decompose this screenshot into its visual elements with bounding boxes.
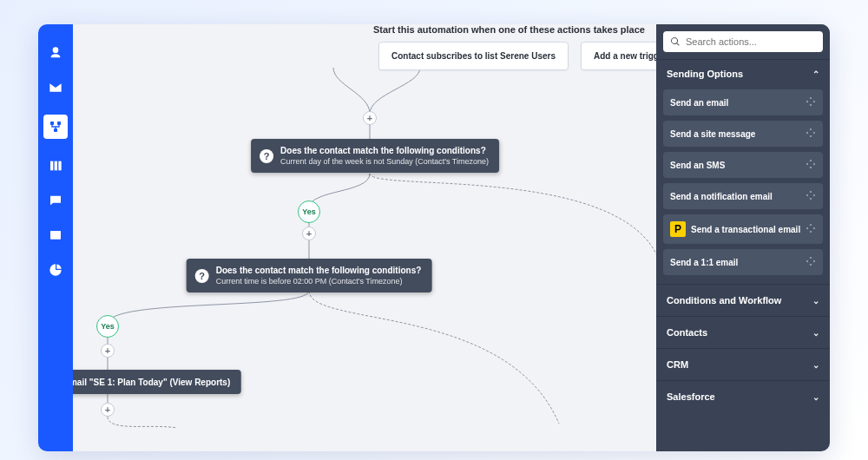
section-title: Salesforce (667, 391, 715, 402)
search-input[interactable] (686, 36, 816, 47)
sending-options-list: Send an email Send a site message Send a… (656, 88, 830, 284)
canvas-header-text: Start this automation when one of these … (373, 24, 645, 35)
condition-subtitle: Current day of the week is not Sunday (C… (280, 157, 489, 166)
reports-icon[interactable] (48, 262, 63, 278)
action-send-email[interactable]: Send an email (663, 89, 823, 115)
condition-node-1[interactable]: ? Does the contact match the following c… (251, 139, 499, 173)
automations-icon[interactable] (43, 115, 68, 139)
svg-rect-4 (55, 161, 57, 171)
svg-rect-5 (58, 161, 61, 171)
add-step-node-3[interactable]: + (101, 344, 115, 358)
drag-handle-icon[interactable] (806, 223, 816, 235)
action-label: Send a 1:1 email (670, 258, 738, 267)
section-sending-options[interactable]: Sending Options ⌃ (656, 59, 830, 88)
drag-handle-icon[interactable] (806, 190, 816, 202)
action-send-sms[interactable]: Send an SMS (663, 152, 823, 178)
action-send-notification-email[interactable]: Send a notification email (663, 183, 823, 209)
conversations-icon[interactable] (48, 193, 63, 208)
condition-title: Does the contact match the following con… (280, 146, 489, 155)
section-contacts[interactable]: Contacts ⌄ (656, 316, 830, 348)
chevron-down-icon: ⌄ (812, 360, 819, 370)
action-label: Send a transactional email (691, 225, 800, 234)
add-step-node-4[interactable]: + (101, 403, 115, 417)
section-title: Conditions and Workflow (667, 295, 781, 306)
email-action-node[interactable]: Send an email "SE 1: Plan Today" (View R… (73, 370, 240, 394)
svg-rect-1 (57, 122, 61, 125)
action-label: Send an SMS (670, 161, 725, 170)
action-label: Send a site message (670, 129, 755, 139)
question-icon: ? (260, 149, 273, 163)
campaigns-icon[interactable] (48, 80, 63, 95)
chevron-down-icon: ⌄ (812, 328, 819, 338)
section-salesforce[interactable]: Salesforce ⌄ (656, 380, 830, 412)
trigger-add-new[interactable]: Add a new trigger (581, 42, 656, 70)
automation-canvas[interactable]: Start this automation when one of these … (73, 24, 656, 451)
condition-subtitle: Current time is before 02:00 PM (Contact… (216, 277, 422, 286)
svg-rect-7 (50, 231, 61, 233)
condition-title: Does the contact match the following con… (216, 266, 422, 275)
action-label: Send an email (670, 98, 728, 108)
left-sidebar (38, 24, 73, 451)
drag-handle-icon[interactable] (806, 159, 816, 171)
section-conditions-workflow[interactable]: Conditions and Workflow ⌄ (656, 284, 830, 316)
chevron-down-icon: ⌄ (812, 296, 819, 306)
actions-panel: Sending Options ⌃ Send an email Send a s… (656, 24, 830, 451)
condition-node-2[interactable]: ? Does the contact match the following c… (187, 259, 432, 292)
deals-icon[interactable] (48, 158, 63, 174)
section-title: Sending Options (667, 69, 743, 79)
add-step-node-2[interactable]: + (302, 227, 316, 240)
question-icon: ? (195, 269, 209, 283)
trigger-subscribe[interactable]: Contact subscribes to list Serene Users (378, 42, 569, 70)
section-title: CRM (667, 359, 688, 370)
section-crm[interactable]: CRM ⌄ (656, 348, 830, 380)
yes-branch-2[interactable]: Yes (96, 315, 119, 338)
app-window: Start this automation when one of these … (38, 24, 830, 451)
search-actions[interactable] (663, 31, 823, 52)
postmark-badge-icon: P (670, 221, 686, 237)
search-icon (670, 36, 681, 47)
svg-rect-3 (50, 161, 53, 171)
svg-rect-2 (54, 128, 57, 132)
contacts-icon[interactable] (48, 45, 63, 61)
chevron-down-icon: ⌄ (812, 392, 819, 402)
action-send-site-message[interactable]: Send a site message (663, 121, 823, 147)
svg-rect-0 (50, 122, 54, 125)
add-step-node-1[interactable]: + (363, 111, 377, 125)
chevron-up-icon: ⌃ (812, 69, 819, 79)
drag-handle-icon[interactable] (806, 128, 816, 140)
action-send-1to1-email[interactable]: Send a 1:1 email (663, 249, 823, 275)
action-send-transactional-email[interactable]: P Send a transactional email (663, 214, 823, 244)
action-label: Send a notification email (670, 192, 773, 201)
drag-handle-icon[interactable] (806, 96, 816, 108)
drag-handle-icon[interactable] (806, 256, 816, 268)
lists-icon[interactable] (48, 227, 63, 243)
section-title: Contacts (667, 327, 707, 338)
yes-branch-1[interactable]: Yes (298, 200, 320, 223)
email-action-title: Send an email "SE 1: Plan Today" (View R… (73, 378, 230, 387)
